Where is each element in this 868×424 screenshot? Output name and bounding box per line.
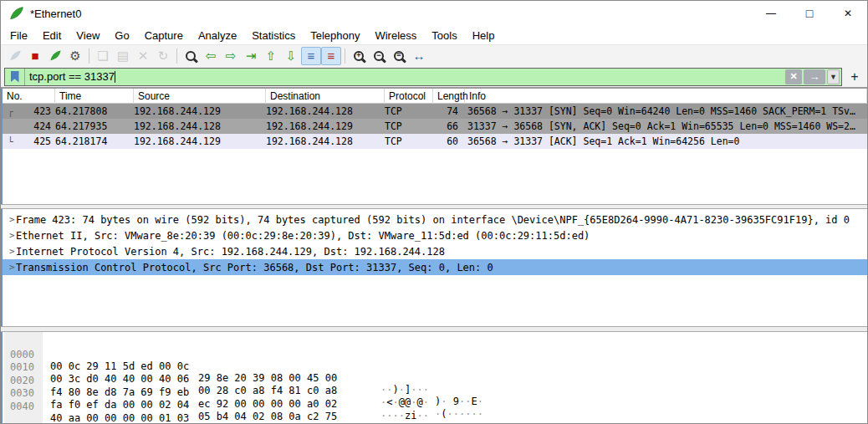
go-last-packet-button[interactable]: ⇩ [281,47,301,65]
capture-options-button[interactable]: ⚙ [65,47,85,65]
save-file-button[interactable]: ▤ [113,47,133,65]
detail-row-ethernet[interactable]: > Ethernet II, Src: VMware_8e:20:39 (00:… [3,227,867,243]
wireshark-fin-icon [9,6,24,21]
packet-list-pane: No. Time Source Destination Protocol Len… [1,88,867,204]
go-first-packet-button[interactable]: ⇧ [261,47,281,65]
detail-row-tcp-selected[interactable]: > Transmission Control Protocol, Src Por… [3,259,867,275]
main-toolbar: ■⚙❏▤✕↻⇦⇨⇥⇧⇩≡≡+−=↔ [1,44,867,66]
packet-row-425[interactable]: └ 425 64.218174 192.168.244.129 192.168.… [3,134,867,149]
maximize-icon[interactable]: □ [790,1,829,26]
hex-row[interactable]: 0010 00 3c d0 40 40 00 40 06 00 28 c0 a8… [3,350,867,362]
menu-bar: File Edit View Go Capture Analyze Statis… [1,26,867,44]
display-filter-input[interactable]: tcp.port == 31337 [25,70,785,84]
zoom-out-button[interactable]: − [369,47,389,65]
packet-row-423[interactable]: ┌ 423 64.217808 192.168.244.129 192.168.… [3,104,867,119]
stop-capture-button[interactable]: ■ [25,47,45,65]
filter-bar: tcp.port == 31337 ✕ → ▼ + [1,66,867,88]
menu-view[interactable]: View [69,27,107,44]
go-back-button[interactable]: ⇦ [201,47,221,65]
auto-scroll-button[interactable]: ≡ [301,47,321,65]
menu-statistics[interactable]: Statistics [244,27,303,44]
menu-file[interactable]: File [3,27,35,44]
column-header-no[interactable]: No. [3,89,55,104]
go-forward-button[interactable]: ⇨ [221,47,241,65]
filter-clear-icon[interactable]: ✕ [785,69,802,84]
close-icon[interactable]: ✕ [829,1,867,26]
column-header-destination[interactable]: Destination [266,89,385,104]
packet-row-424[interactable]: 424 64.217935 192.168.244.128 192.168.24… [3,119,867,134]
find-packet-button[interactable] [181,47,201,65]
toolbar-separator [176,49,177,64]
zoom-100-button[interactable]: = [389,47,409,65]
start-capture-button[interactable] [5,47,25,65]
packet-list-header: No. Time Source Destination Protocol Len… [3,89,867,104]
hex-row[interactable]: 0030 fa f0 ef da 00 00 02 04 05 b4 04 02… [3,375,867,388]
expander-chevron-icon[interactable]: > [3,262,16,273]
go-to-packet-button[interactable]: ⇥ [241,47,261,65]
conversation-first-mark: ┌ [8,106,18,117]
packet-details-pane: > Frame 423: 74 bytes on wire (592 bits)… [1,209,867,326]
menu-telephony[interactable]: Telephony [303,27,367,44]
filter-apply-icon[interactable]: → [804,69,825,84]
title-bar: *Ethernet0 — □ ✕ [1,1,867,26]
column-header-time[interactable]: Time [55,89,134,104]
menu-go[interactable]: Go [107,27,136,44]
menu-wireless[interactable]: Wireless [367,27,424,44]
detail-row-ip[interactable]: > Internet Protocol Version 4, Src: 192.… [3,243,867,259]
menu-tools[interactable]: Tools [424,27,464,44]
column-header-length[interactable]: Length [433,89,465,104]
hex-row[interactable]: 0020 f4 80 8e d8 7a 69 f9 eb ec 92 00 00… [3,363,867,375]
open-file-button[interactable]: ❏ [93,47,113,65]
pane-splitter-bottom[interactable] [1,326,867,332]
expander-chevron-icon[interactable]: > [3,230,16,241]
expander-chevron-icon[interactable]: > [3,214,16,225]
resize-columns-button[interactable]: ↔ [409,47,429,65]
column-header-info[interactable]: Info [465,89,867,104]
hex-dump-pane: 0000 00 0c 29 11 5d ed 00 0c 29 8e 20 39… [1,332,867,423]
column-header-source[interactable]: Source [134,89,266,104]
close-file-button[interactable]: ✕ [133,47,153,65]
menu-capture[interactable]: Capture [137,27,191,44]
colorize-button[interactable]: ≡ [321,47,341,65]
conversation-last-mark: └ [8,136,18,147]
toolbar-separator [89,49,89,64]
restart-capture-button[interactable] [45,47,65,65]
column-header-protocol[interactable]: Protocol [385,89,433,104]
window-title: *Ethernet0 [30,8,81,20]
toolbar-separator [345,49,345,64]
menu-help[interactable]: Help [465,27,503,44]
detail-row-frame[interactable]: > Frame 423: 74 bytes on wire (592 bits)… [3,212,867,227]
minimize-icon[interactable]: — [752,1,790,26]
hex-row[interactable]: 0040 40 aa 00 00 00 00 01 03 03 07 @····… [3,389,867,401]
filter-add-button[interactable]: + [845,68,864,86]
menu-analyze[interactable]: Analyze [191,27,244,44]
wireshark-window: *Ethernet0 — □ ✕ File Edit View Go Captu… [0,0,868,424]
reload-file-button[interactable]: ↻ [153,47,173,65]
hex-row[interactable]: 0000 00 0c 29 11 5d ed 00 0c 29 8e 20 39… [3,337,867,350]
bookmark-icon [11,71,19,83]
display-filter-field[interactable]: tcp.port == 31337 ✕ → ▼ [4,68,842,86]
zoom-in-button[interactable]: + [349,47,369,65]
filter-dropdown-icon[interactable]: ▼ [827,69,840,84]
menu-edit[interactable]: Edit [35,27,69,44]
expander-chevron-icon[interactable]: > [3,246,16,257]
text-caret [115,71,115,83]
filter-bookmark-button[interactable] [5,69,25,85]
